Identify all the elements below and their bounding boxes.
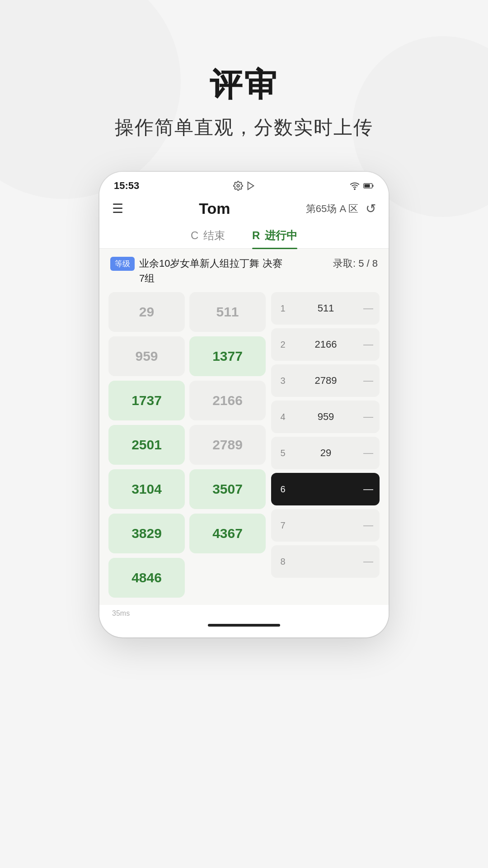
list-item[interactable]: 4367 <box>189 514 266 553</box>
app-bar: ☰ Tom 第65场 A 区 ↺ <box>99 196 389 223</box>
rank-number: 5 <box>277 448 288 458</box>
latency-label: 35ms <box>112 609 130 618</box>
status-time: 15:53 <box>114 180 139 192</box>
rank-dash: — <box>363 375 373 387</box>
tab-ended-label: 结束 <box>203 229 225 241</box>
page-subtitle: 操作简单直观，分数实时上传 <box>115 115 373 140</box>
rank-bib: 29 <box>293 447 359 459</box>
rank-number: 4 <box>277 412 288 422</box>
svg-rect-4 <box>365 184 370 188</box>
status-icons-mid <box>233 181 256 191</box>
rank-number: 3 <box>277 376 288 386</box>
rank-row-8[interactable]: 8 — <box>271 545 380 578</box>
category-row: 等级 业余10岁女单新人组拉丁舞 决赛7组 录取: 5 / 8 <box>108 256 380 286</box>
page-title: 评审 <box>115 63 373 107</box>
list-item[interactable]: 959 <box>108 336 185 376</box>
list-item[interactable]: 3829 <box>108 514 185 553</box>
main-content: 等级 业余10岁女单新人组拉丁舞 决赛7组 录取: 5 / 8 29 511 9… <box>99 249 389 605</box>
phone-mockup: 15:53 <box>99 172 389 637</box>
list-item[interactable]: 29 <box>108 292 185 332</box>
rank-number: 8 <box>277 557 288 567</box>
list-item[interactable]: 2166 <box>189 381 266 420</box>
rank-row-5[interactable]: 5 29 — <box>271 437 380 469</box>
list-item[interactable]: 511 <box>189 292 266 332</box>
bottom-bar: 35ms <box>99 605 389 620</box>
rank-row-4[interactable]: 4 959 — <box>271 401 380 433</box>
svg-point-2 <box>354 189 355 189</box>
rank-dash: — <box>363 483 373 495</box>
rank-dash: — <box>363 447 373 459</box>
refresh-icon[interactable]: ↺ <box>366 201 376 216</box>
rank-row-3[interactable]: 3 2789 — <box>271 364 380 397</box>
gear-icon <box>233 181 243 191</box>
rank-dash: — <box>363 302 373 314</box>
rank-number: 7 <box>277 520 288 531</box>
category-name: 业余10岁女单新人组拉丁舞 决赛7组 <box>139 256 333 286</box>
rank-dash: — <box>363 339 373 350</box>
rank-row-7[interactable]: 7 — <box>271 509 380 542</box>
status-bar: 15:53 <box>99 172 389 196</box>
list-item[interactable]: 3507 <box>189 469 266 509</box>
rank-number: 1 <box>277 303 288 314</box>
rank-row-1[interactable]: 1 511 — <box>271 292 380 325</box>
menu-icon[interactable]: ☰ <box>112 201 123 216</box>
list-item[interactable]: 4846 <box>108 558 185 598</box>
rank-dash: — <box>363 519 373 531</box>
home-indicator <box>208 624 280 627</box>
rank-bib: 2789 <box>293 375 359 387</box>
list-item[interactable]: 1737 <box>108 381 185 420</box>
svg-marker-1 <box>248 182 254 190</box>
rank-bib: 2166 <box>293 339 359 350</box>
list-item[interactable]: 2501 <box>108 425 185 465</box>
numbers-section: 29 511 959 1377 1737 2166 2501 2789 3104… <box>108 292 380 598</box>
tab-ended[interactable]: C 结束 <box>191 228 225 248</box>
wifi-icon <box>350 181 360 191</box>
rank-row-6-active[interactable]: 6 — <box>271 473 380 505</box>
rank-dash: — <box>363 411 373 423</box>
right-ranking: 1 511 — 2 2166 — 3 2789 — 4 959 — <box>271 292 380 598</box>
tab-ongoing-label: 进行中 <box>265 229 297 241</box>
tab-c-prefix: C <box>191 229 198 241</box>
category-left: 等级 业余10岁女单新人组拉丁舞 决赛7组 <box>110 256 333 286</box>
play-icon <box>246 181 256 191</box>
page-header: 评审 操作简单直观，分数实时上传 <box>115 63 373 140</box>
list-item[interactable]: 2789 <box>189 425 266 465</box>
tab-bar: C 结束 R 进行中 <box>99 223 389 249</box>
left-numbers-grid: 29 511 959 1377 1737 2166 2501 2789 3104… <box>108 292 266 598</box>
rank-bib: 511 <box>293 302 359 314</box>
session-info: 第65场 A 区 <box>306 202 358 216</box>
app-bar-info: 第65场 A 区 ↺ <box>306 201 376 216</box>
app-bar-title: Tom <box>199 200 230 217</box>
battery-icon <box>363 181 374 191</box>
status-icons-right <box>350 181 374 191</box>
svg-point-0 <box>237 184 239 187</box>
list-item[interactable]: 1377 <box>189 336 266 376</box>
admission-info: 录取: 5 / 8 <box>333 257 378 270</box>
rank-number: 2 <box>277 340 288 350</box>
rank-number: 6 <box>277 484 288 495</box>
tab-r-prefix: R <box>252 229 260 241</box>
rank-bib: 959 <box>293 411 359 423</box>
rank-row-2[interactable]: 2 2166 — <box>271 328 380 361</box>
list-item[interactable]: 3104 <box>108 469 185 509</box>
tab-ongoing[interactable]: R 进行中 <box>252 228 297 248</box>
rank-dash: — <box>363 556 373 567</box>
grade-badge: 等级 <box>110 257 135 271</box>
